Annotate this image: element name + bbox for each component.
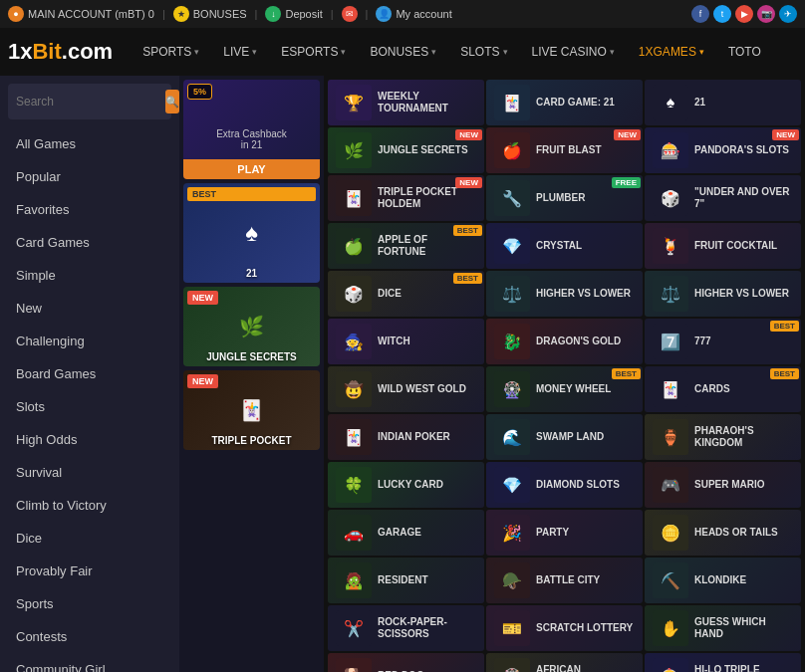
game-list-item[interactable]: 🚗GARAGE bbox=[328, 510, 484, 556]
sidebar-item-board-games[interactable]: Board Games bbox=[0, 357, 179, 390]
instagram-icon[interactable]: 📷 bbox=[757, 5, 775, 23]
game-list-item[interactable]: 🎡AFRICAN ROULETTE bbox=[486, 653, 643, 672]
game-list-item[interactable]: 🎡MONEY WHEELBEST bbox=[486, 366, 643, 412]
mail-icon-btn[interactable]: ✉ bbox=[342, 6, 358, 22]
search-input[interactable] bbox=[16, 95, 165, 109]
game-list-item[interactable]: ⚖️HIGHER VS LOWER bbox=[645, 271, 801, 317]
game-list-item[interactable]: 🧙WITCH bbox=[328, 319, 484, 364]
game-list-item[interactable]: 🏺PHARAOH'S KINGDOM bbox=[645, 414, 801, 460]
game-name-label: APPLE OF FORTUNE bbox=[378, 234, 476, 258]
game-list-item[interactable]: ♠️21 bbox=[645, 80, 801, 125]
sidebar-item-simple[interactable]: Simple bbox=[0, 259, 179, 292]
game-list-item[interactable]: 🍹FRUIT COCKTAIL bbox=[645, 223, 801, 269]
game-preview-triple[interactable]: 🃏 TRIPLE POCKET NEW bbox=[183, 370, 320, 450]
game-list-item[interactable]: 🍀LUCKY CARD bbox=[328, 462, 484, 508]
game-list-item[interactable]: 🎉PARTY bbox=[486, 510, 643, 556]
game-name-label: HIGHER VS LOWER bbox=[694, 288, 789, 300]
game-list-item[interactable]: ⛏️KLONDIKE bbox=[645, 558, 801, 603]
game-list-item[interactable]: 🎲"UNDER AND OVER 7" bbox=[645, 175, 801, 221]
game-jungle-badge: NEW bbox=[187, 291, 218, 305]
nav-sports[interactable]: SPORTS ▾ bbox=[133, 39, 209, 65]
game-thumb: 🐉 bbox=[494, 324, 530, 359]
sidebar-item-high-odds[interactable]: High Odds bbox=[0, 423, 179, 456]
game-list-item[interactable]: ✋GUESS WHICH HAND bbox=[645, 605, 801, 651]
game-list-item[interactable]: 🌊SWAMP LAND bbox=[486, 414, 643, 460]
sidebar-item-contests[interactable]: Contests bbox=[0, 620, 179, 653]
game-item-badge: NEW bbox=[772, 129, 799, 140]
game-list-item[interactable]: 💎DIAMOND SLOTS bbox=[486, 462, 643, 508]
game-list-item[interactable]: 🃏TRIPLE POCKET HOLDEMNEW bbox=[328, 175, 484, 221]
game-list-item[interactable]: 🍏APPLE OF FORTUNEBEST bbox=[328, 223, 484, 269]
my-account-btn[interactable]: 👤 My account bbox=[376, 6, 451, 22]
sidebar-item-community-girl[interactable]: Community Girl bbox=[0, 653, 179, 672]
game-name-label: SCRATCH LOTTERY bbox=[536, 622, 633, 634]
sidebar-item-slots[interactable]: Slots bbox=[0, 390, 179, 423]
game-list-item[interactable]: 🪙HEADS OR TAILS bbox=[645, 510, 801, 556]
sidebar-item-dice[interactable]: Dice bbox=[0, 522, 179, 555]
content-area: 5% Extra Cashbackin 21 PLAY ♠ 21 BEST 🌿 … bbox=[179, 76, 805, 672]
game-thumb: 🏺 bbox=[653, 419, 688, 455]
sidebar-item-sports[interactable]: Sports bbox=[0, 587, 179, 620]
game-list-item[interactable]: 🎮SUPER MARIO bbox=[645, 462, 801, 508]
game-list-item[interactable]: 🎲DICEBEST bbox=[328, 271, 484, 317]
game-list-item[interactable]: 🃏INDIAN POKER bbox=[328, 414, 484, 460]
game-thumb: ✂️ bbox=[336, 610, 372, 646]
game-name-label: JUNGLE SECRETS bbox=[378, 144, 468, 156]
nav-bonuses[interactable]: BONUSES ▾ bbox=[360, 39, 446, 65]
game-list-item[interactable]: ✂️ROCK-PAPER-SCISSORS bbox=[328, 605, 484, 651]
sidebar-item-provably-fair[interactable]: Provably Fair bbox=[0, 555, 179, 587]
sidebar-item-all-games[interactable]: All Games bbox=[0, 127, 179, 160]
game-list-item[interactable]: 🔧PLUMBERFREE bbox=[486, 175, 643, 221]
telegram-icon[interactable]: ✈ bbox=[779, 5, 797, 23]
sidebar-item-card-games[interactable]: Card Games bbox=[0, 226, 179, 259]
search-button[interactable]: 🔍 bbox=[165, 90, 179, 113]
sidebar-item-climb-to-victory[interactable]: Climb to Victory bbox=[0, 489, 179, 522]
game-list-item[interactable]: 🌿JUNGLE SECRETSNEW bbox=[328, 127, 484, 173]
nav-live-casino[interactable]: LIVE CASINO ▾ bbox=[522, 39, 625, 65]
nav-toto[interactable]: TOTO bbox=[718, 39, 771, 65]
game-list-item[interactable]: 7️⃣777BEST bbox=[645, 319, 801, 364]
game-item-badge: NEW bbox=[614, 129, 641, 140]
game-list-item[interactable]: 🍎FRUIT BLASTNEW bbox=[486, 127, 643, 173]
game-name-label: CARDS bbox=[694, 383, 730, 395]
game-list-item[interactable]: 🧟RESIDENT bbox=[328, 558, 484, 603]
nav-1xgames[interactable]: 1XGAMES ▾ bbox=[629, 39, 714, 65]
game-list-item[interactable]: ⚖️HIGHER VS LOWER bbox=[486, 271, 643, 317]
nav-live[interactable]: LIVE ▾ bbox=[213, 39, 267, 65]
game-list-item[interactable]: 💎CRYSTAL bbox=[486, 223, 643, 269]
twitter-icon[interactable]: t bbox=[713, 5, 731, 23]
game-list-item[interactable]: 🪖BATTLE CITY bbox=[486, 558, 643, 603]
game-name-label: PHARAOH'S KINGDOM bbox=[694, 425, 793, 449]
game-list-item[interactable]: 🐕RED DOG bbox=[328, 653, 484, 672]
game-triple-badge: NEW bbox=[187, 374, 218, 388]
game-list-item[interactable]: 🐉DRAGON'S GOLD bbox=[486, 319, 643, 364]
game-preview-21[interactable]: ♠ 21 BEST bbox=[183, 183, 320, 283]
game-list-item[interactable]: 🎫SCRATCH LOTTERY bbox=[486, 605, 643, 651]
game-list-item[interactable]: 🃏CARDSBEST bbox=[645, 366, 801, 412]
sidebar-item-favorites[interactable]: Favorites bbox=[0, 193, 179, 226]
youtube-icon[interactable]: ▶ bbox=[735, 5, 753, 23]
sidebar-item-popular[interactable]: Popular bbox=[0, 160, 179, 193]
game-list-item[interactable]: 🤠WILD WEST GOLD bbox=[328, 366, 484, 412]
cashback-card[interactable]: 5% Extra Cashbackin 21 PLAY bbox=[183, 80, 320, 179]
game-list-item[interactable]: 🃏CARD GAME: 21 bbox=[486, 80, 643, 125]
facebook-icon[interactable]: f bbox=[691, 5, 709, 23]
game-list-item[interactable]: 🎰PANDORA'S SLOTSNEW bbox=[645, 127, 801, 173]
nav-slots[interactable]: SLOTS ▾ bbox=[450, 39, 517, 65]
game-preview-jungle[interactable]: 🌿 JUNGLE SECRETS NEW bbox=[183, 287, 320, 366]
play-overlay[interactable]: PLAY bbox=[183, 159, 320, 179]
game-list-item[interactable]: 🎰HI-LO TRIPLE CHANCE bbox=[645, 653, 801, 672]
social-icons: f t ▶ 📷 ✈ bbox=[691, 5, 797, 23]
bonuses-btn[interactable]: ★ BONUSES bbox=[173, 6, 247, 22]
site-logo[interactable]: 1xBit.com bbox=[8, 39, 113, 65]
sidebar-item-challenging[interactable]: Challenging bbox=[0, 325, 179, 357]
main-account[interactable]: ● MAIN ACCOUNT (mBT) 0 bbox=[8, 6, 154, 22]
game-list-item[interactable]: 🏆WEEKLY TOURNAMENT bbox=[328, 80, 484, 125]
sidebar-item-survival[interactable]: Survival bbox=[0, 456, 179, 489]
game-item-badge: FREE bbox=[612, 177, 641, 188]
nav-esports[interactable]: ESPORTS ▾ bbox=[271, 39, 356, 65]
sidebar-item-new[interactable]: New bbox=[0, 292, 179, 325]
main-account-icon: ● bbox=[8, 6, 24, 22]
deposit-btn[interactable]: ↓ Deposit bbox=[265, 6, 322, 22]
game-item-badge: BEST bbox=[453, 225, 482, 236]
